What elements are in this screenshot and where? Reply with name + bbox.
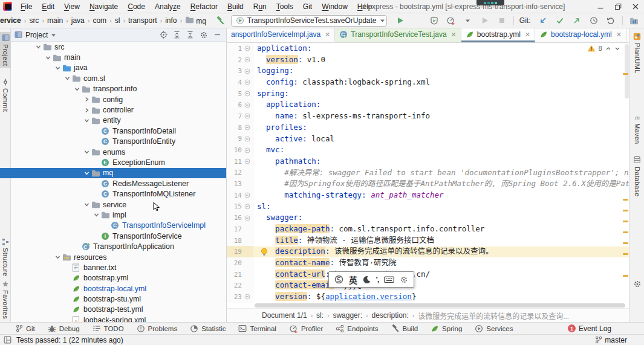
menu-build[interactable]: Build [223,1,248,12]
menu-run[interactable]: Run [249,1,271,12]
menu-navigate[interactable]: Navigate [85,1,122,12]
code-line[interactable]: #解决异常: swagger Failed to start bean 'doc… [253,167,629,179]
toolwindow-button-terminal[interactable]: Terminal [238,324,276,332]
tree-item-controller[interactable]: controller [11,105,226,115]
chevron-down-icon[interactable] [614,46,620,51]
git-commit-icon[interactable] [553,15,567,27]
expand-all-icon[interactable] [173,31,181,39]
toolwindow-button-services[interactable]: Services [475,324,513,333]
code-editor[interactable]: 1234567891011121314151617181920212223 ap… [227,43,629,303]
moon-icon[interactable] [363,276,371,284]
chevron-down-icon[interactable] [73,86,82,92]
profiler-icon[interactable] [444,15,458,27]
toolwindow-button-database[interactable]: Database [629,154,644,199]
fold-marker-icon[interactable] [242,79,252,85]
tree-item-bootstrap-local-yml[interactable]: bootstrap-local.yml [11,283,226,294]
breadcrumb-item[interactable]: main [46,16,64,25]
tree-item-entity[interactable]: entity [11,115,226,126]
chevron-down-icon[interactable] [53,65,62,71]
intention-bulb-icon[interactable] [261,248,268,257]
menu-tools[interactable]: Tools [272,1,298,12]
tree-item-service[interactable]: service [11,199,226,210]
fold-marker-icon[interactable] [242,45,252,51]
tree-item-resources[interactable]: resources [11,252,226,262]
menu-git[interactable]: Git [299,1,316,12]
run-disabled-icon[interactable] [478,15,492,27]
fold-marker-icon[interactable] [242,158,252,164]
yaml-breadcrumb-item[interactable]: description: [371,311,408,320]
tree-item-transportinfodetail[interactable]: CTransportInfoDetail [11,126,226,136]
toolwindow-button-plantuml[interactable]: PlantUML [629,31,644,76]
fold-marker-icon[interactable] [242,113,252,119]
coverage-icon[interactable] [427,15,441,27]
code-line[interactable]: profiles: [253,122,629,134]
hide-panel-icon[interactable] [213,31,221,39]
collapse-all-icon[interactable] [186,31,194,39]
menu-analyze[interactable]: Analyze [151,1,185,12]
tree-item-bootstrap-stu-yml[interactable]: bootstrap-stu.yml [11,294,226,304]
code-line[interactable]: pathmatch: [253,156,629,167]
tree-item-exceptionenum[interactable]: EExceptionEnum [11,157,226,167]
chevron-right-icon[interactable] [82,96,91,103]
gear-icon[interactable] [629,280,644,288]
tree-item-redismessagelistener[interactable]: CRedisMessageListener [11,178,226,189]
toolwindow-button-project[interactable]: Project [0,32,11,68]
breadcrumb-item[interactable]: com [91,16,108,25]
inspections-widget[interactable]: 8 [587,45,620,52]
toolwindow-button-structure[interactable]: Structure [0,236,11,278]
close-icon[interactable] [626,0,644,13]
code-line[interactable]: title: 神领物流 - 运输信息微服务接口文档 [253,235,629,247]
close-tab-icon[interactable]: ✕ [451,31,457,39]
sogou-icon[interactable] [334,275,343,284]
chevron-down-icon[interactable] [82,149,91,155]
editor-tab-ansportinfoserviceimpl-java[interactable]: ansportInfoServiceImpl.java✕ [227,28,335,42]
breadcrumb-item[interactable]: transport [127,16,158,25]
fold-marker-icon[interactable] [242,102,252,108]
gear-icon[interactable] [200,31,208,39]
toolwindow-button-debug[interactable]: Debug [48,324,80,333]
code-line[interactable]: swagger: [253,212,629,224]
git-update-icon[interactable] [536,15,550,27]
fold-marker-icon[interactable] [242,147,252,153]
fold-marker-icon[interactable] [242,124,252,131]
close-tab-icon[interactable]: ✕ [325,31,330,39]
code-line[interactable]: spring: [253,88,629,100]
code-line[interactable]: sl: [253,201,629,213]
tree-item-transport-info[interactable]: transport.info [11,84,226,94]
breadcrumb-item[interactable]: src [28,16,40,25]
fold-marker-icon[interactable] [242,136,252,142]
breadcrumb-item[interactable]: sl [114,16,122,25]
toolwindow-button-endpoints[interactable]: Endpoints [336,324,378,333]
chevron-down-icon[interactable] [82,170,91,176]
tree-item-transportinfoserviceimpl[interactable]: CTransportInfoServiceImpl [11,221,226,231]
code-line[interactable]: contact-url: http://www.itcast.cn/ [253,269,629,280]
gear-icon[interactable] [400,276,408,284]
yaml-breadcrumb-item[interactable]: swagger: [333,311,362,320]
tree-item-src[interactable]: src [11,42,226,52]
toolwindow-button-favorites[interactable]: Favorites [0,279,11,321]
code-line[interactable]: contact-name: 传智教育·研究院 [253,257,629,269]
tree-item-logback-spring-xml[interactable]: xlogback-spring.xml [11,315,226,322]
chevron-right-icon[interactable] [82,107,91,114]
tree-item-transportinfoapplication[interactable]: CTransportInfoApplication [11,241,226,251]
code-line[interactable]: matching-strategy: ant_path_matcher [253,190,629,201]
code-line[interactable]: config: classpath:logback-spring.xml [253,77,629,88]
tree-item-main[interactable]: main [11,52,226,62]
ime-language-toggle[interactable]: 英 [349,274,357,286]
breadcrumb-item[interactable]: info [164,16,178,25]
fold-marker-icon[interactable] [242,294,252,300]
code-line[interactable]: application: [253,99,629,111]
toolwindow-button-maven[interactable]: mMaven [629,112,644,146]
fold-marker-icon[interactable] [242,68,252,74]
fold-marker-icon[interactable] [242,57,252,63]
fold-marker-icon[interactable] [242,91,252,97]
close-tab-icon[interactable]: ✕ [525,31,530,39]
build-hammer-icon[interactable] [216,16,225,25]
project-structure-icon[interactable] [627,15,642,27]
code-line[interactable]: contact-email: yjy@itcast.cn [253,280,629,291]
chevron-down-icon[interactable] [63,75,72,82]
toolwindow-button-build[interactable]: Build [391,324,418,333]
tree-item-java[interactable]: java [11,63,226,73]
chevron-down-icon[interactable] [51,33,56,37]
code-line[interactable]: name: sl-express-ms-transport-info [253,111,629,122]
